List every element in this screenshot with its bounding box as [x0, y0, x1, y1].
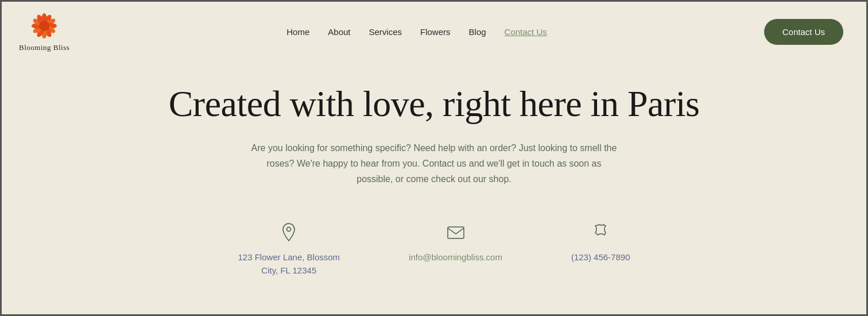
header: Blooming Bliss Home About Services Flowe… [2, 2, 866, 58]
contact-cta-button[interactable]: Contact Us [764, 19, 843, 45]
hero-subtitle: Are you looking for something specific? … [250, 140, 618, 187]
contact-address-item: 123 Flower Lane, BlossomCity, FL 12345 [238, 221, 340, 277]
main-content: Created with love, right here in Paris A… [2, 58, 866, 314]
main-nav: Home About Services Flowers Blog Contact… [286, 27, 547, 37]
hero-title: Created with love, right here in Paris [169, 84, 700, 124]
address-text: 123 Flower Lane, BlossomCity, FL 12345 [238, 251, 340, 277]
nav-home[interactable]: Home [286, 27, 309, 37]
contact-email-item: info@bloomingbliss.com [409, 221, 502, 264]
phone-text: (123) 456-7890 [571, 251, 630, 264]
email-icon [445, 221, 467, 243]
nav-about[interactable]: About [328, 27, 350, 37]
nav-services[interactable]: Services [369, 27, 402, 37]
contact-info-row: 123 Flower Lane, BlossomCity, FL 12345 i… [238, 221, 630, 277]
nav-contact-link[interactable]: Contact Us [505, 27, 547, 37]
logo-area: Blooming Bliss [19, 11, 69, 52]
location-icon [278, 221, 300, 243]
nav-blog[interactable]: Blog [469, 27, 486, 37]
contact-phone-item: (123) 456-7890 [571, 221, 630, 264]
svg-point-12 [39, 21, 49, 31]
brand-name: Blooming Bliss [19, 43, 69, 52]
email-text: info@bloomingbliss.com [409, 251, 502, 264]
svg-rect-13 [448, 227, 464, 238]
logo-icon [29, 11, 59, 41]
phone-icon [590, 221, 611, 243]
nav-flowers[interactable]: Flowers [420, 27, 451, 37]
